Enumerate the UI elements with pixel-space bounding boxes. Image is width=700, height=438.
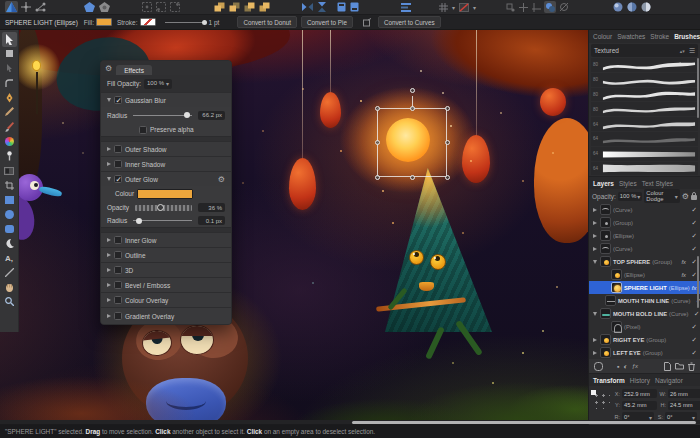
og-radius-slider[interactable]	[133, 220, 192, 221]
zoom-tool[interactable]	[2, 295, 17, 310]
convert-shape-icon[interactable]	[362, 16, 373, 28]
threed-checkbox[interactable]	[114, 266, 122, 274]
colour-overlay-section[interactable]: Colour Overlay	[101, 292, 231, 307]
y-field[interactable]: 45.2 mm	[622, 401, 657, 410]
stroke-width-slider[interactable]	[165, 22, 205, 23]
gear-icon[interactable]	[218, 175, 225, 184]
selection-handle-sw[interactable]	[375, 175, 380, 180]
expand-icon[interactable]	[107, 177, 111, 181]
grid-caret-icon[interactable]	[451, 1, 456, 13]
expand-icon[interactable]	[593, 234, 597, 238]
gear-icon[interactable]	[682, 192, 689, 201]
outer-shadow-checkbox[interactable]	[114, 145, 122, 153]
outline-section[interactable]: Outline	[101, 247, 231, 262]
slider-knob[interactable]	[184, 112, 190, 118]
snap-candidates-icon[interactable]	[505, 1, 516, 13]
gradient-overlay-section[interactable]: Gradient Overlay	[101, 307, 231, 324]
tab-stroke[interactable]: Stroke	[650, 33, 669, 40]
menu-icon[interactable]: ☰	[689, 47, 695, 55]
insert-inside-icon[interactable]	[141, 1, 153, 13]
layer-row-left-eye[interactable]: LEFT EYE (Group)✓	[589, 346, 700, 359]
inner-shadow-section[interactable]: Inner Shadow	[101, 156, 231, 171]
crescent-tool[interactable]	[2, 236, 17, 251]
transparency-tool[interactable]	[2, 163, 17, 178]
rectangle-tool[interactable]	[2, 193, 17, 208]
tab-styles[interactable]: Styles	[619, 180, 637, 187]
collapse-icon[interactable]	[593, 260, 597, 264]
expand-icon[interactable]	[107, 238, 111, 242]
snapping-icon[interactable]	[544, 1, 556, 13]
selection-handle-s[interactable]	[410, 175, 415, 180]
rotate-ccw-icon[interactable]	[336, 1, 347, 13]
expand-icon[interactable]	[593, 351, 597, 355]
tab-transform[interactable]: Transform	[593, 377, 625, 384]
outer-glow-checkbox[interactable]	[114, 175, 122, 183]
alignment-icon[interactable]	[400, 1, 412, 13]
convert-to-donut-button[interactable]: Convert to Donut	[237, 16, 297, 28]
visibility-checkbox[interactable]: ✓	[688, 271, 697, 279]
brushes-scrollbar[interactable]	[697, 58, 699, 118]
preserve-alpha-checkbox[interactable]	[139, 126, 147, 134]
h-field[interactable]: 24.5 mm	[668, 401, 700, 410]
visibility-checkbox[interactable]: ✓	[688, 349, 697, 357]
visibility-checkbox[interactable]: ✓	[688, 206, 697, 214]
x-field[interactable]: 252.9 mm	[622, 389, 657, 398]
selection-handle-se[interactable]	[445, 175, 450, 180]
expand-icon[interactable]	[593, 338, 597, 342]
move-tool[interactable]	[2, 32, 17, 47]
delete-layer-icon[interactable]	[688, 362, 695, 371]
w-field[interactable]: 26 mm	[668, 389, 700, 398]
fx-badge[interactable]: fx	[681, 272, 686, 278]
brush-item[interactable]: 80	[591, 88, 698, 102]
canvas[interactable]	[0, 30, 588, 421]
corner-tool[interactable]	[2, 76, 17, 91]
expand-icon[interactable]	[107, 253, 111, 257]
grid-options-icon[interactable]	[438, 1, 449, 13]
layer-row-top-sphere[interactable]: TOP SPHERE (Group)fx✓	[589, 255, 700, 268]
inner-shadow-checkbox[interactable]	[114, 160, 122, 168]
layer-row[interactable]: (Pixel)✓	[589, 320, 700, 333]
pencil-tool[interactable]	[2, 105, 17, 120]
tab-text-styles[interactable]: Text Styles	[642, 180, 673, 187]
layer-row-mouth-bold-line[interactable]: MOUTH BOLD LINE (Curve)✓	[589, 307, 700, 320]
expand-icon[interactable]	[107, 298, 111, 302]
insert-shape-star-icon[interactable]	[98, 1, 111, 13]
expand-icon[interactable]	[107, 98, 111, 102]
fx-icon[interactable]: ƒx	[632, 363, 638, 369]
expand-icon[interactable]	[593, 208, 597, 212]
rounded-rectangle-tool[interactable]	[2, 222, 17, 237]
tab-layers[interactable]: Layers	[593, 180, 614, 187]
insert-on-top-icon[interactable]	[169, 1, 181, 13]
layer-row-mouth-thin-line[interactable]: MOUTH THIN LINE (Curve)✓	[589, 294, 700, 307]
og-radius-value[interactable]: 0.1 px	[198, 216, 225, 225]
stroke-caret-icon[interactable]	[472, 1, 477, 13]
rotate-cw-icon[interactable]	[349, 1, 360, 13]
convert-to-pie-button[interactable]: Convert to Pie	[301, 16, 353, 28]
flip-vertical-icon[interactable]	[316, 1, 328, 13]
slider-knob[interactable]	[157, 204, 164, 211]
snap-object-icon[interactable]	[558, 1, 570, 13]
expand-icon[interactable]	[107, 162, 111, 166]
colour-chip-icon[interactable]: ▪	[617, 363, 619, 370]
lock-icon[interactable]	[691, 192, 697, 200]
gradient-overlay-checkbox[interactable]	[114, 312, 122, 320]
add-group-icon[interactable]	[675, 362, 684, 370]
brush-item[interactable]: 80	[591, 102, 698, 116]
layer-row[interactable]: (Curve)✓	[589, 242, 700, 255]
text-tool[interactable]: A,	[2, 251, 17, 266]
threed-section[interactable]: 3D	[101, 262, 231, 277]
visibility-checkbox[interactable]: ✓	[690, 310, 699, 318]
view-mode-pixel-icon[interactable]	[626, 1, 638, 13]
expand-icon[interactable]	[107, 283, 111, 287]
tab-history[interactable]: History	[630, 377, 650, 384]
expand-icon[interactable]	[593, 221, 597, 225]
layer-row-sphere-light[interactable]: SPHERE LIGHT (Ellipse)fx✓	[589, 281, 700, 294]
gaussian-blur-checkbox[interactable]	[114, 96, 122, 104]
convert-to-curves-button[interactable]: Convert to Curves	[378, 16, 441, 28]
layer-row[interactable]: (Ellipse)fx✓	[589, 268, 700, 281]
expand-icon[interactable]	[593, 247, 597, 251]
inner-glow-section[interactable]: Inner Glow	[101, 232, 231, 247]
move-to-front-icon[interactable]	[258, 1, 271, 13]
snap-guides-icon[interactable]	[531, 1, 542, 13]
brush-item[interactable]: 80	[591, 73, 698, 87]
